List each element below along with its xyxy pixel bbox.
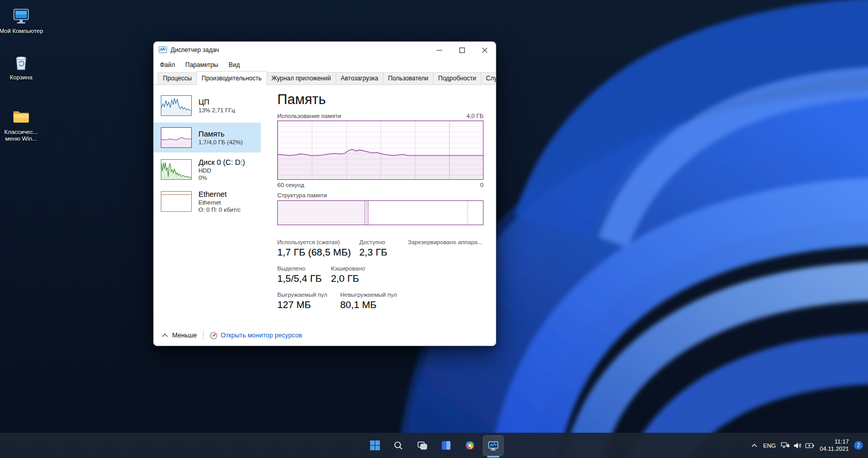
hidden-icons-chevron[interactable] — [751, 443, 758, 448]
sidebar-item-ethernet[interactable]: Ethernet Ethernet О: 0 П: 0 кбит/с — [154, 186, 261, 216]
desktop-icon-label: Классичес... меню Win... — [0, 129, 44, 142]
date-text: 04.11.2021 — [820, 446, 849, 453]
network-icon[interactable] — [781, 442, 790, 449]
maximize-button[interactable] — [450, 42, 473, 58]
composition-label: Структура памяти — [277, 192, 483, 198]
menu-view[interactable]: Вид — [228, 61, 240, 69]
window-title: Диспетчер задач — [171, 46, 219, 54]
footer-separator — [203, 331, 204, 340]
sidebar-item-name: Память — [198, 130, 243, 139]
tab-services[interactable]: Службы — [481, 72, 496, 84]
resource-monitor-icon — [210, 332, 218, 340]
ethernet-mini-chart — [161, 191, 192, 212]
tab-processes[interactable]: Процессы — [158, 72, 197, 84]
stat-cached: Кэшировано 2,0 ГБ — [331, 265, 365, 285]
window-footer: Меньше Открыть монитор ресурсов — [154, 325, 496, 346]
tab-startup[interactable]: Автозагрузка — [336, 72, 383, 84]
tab-performance[interactable]: Производительность — [196, 71, 266, 85]
minimize-button[interactable] — [428, 42, 450, 58]
desktop-screen: Мой Компьютер Корзина Классичес... меню … — [0, 0, 868, 458]
performance-sidebar: ЦП 13% 2,71 ГГц Память 1,7/4,0 ГБ (42%) — [154, 86, 261, 325]
stat-available: Доступно 2,3 ГБ — [359, 239, 408, 259]
language-indicator[interactable]: ENG — [763, 443, 776, 449]
taskbar-clock[interactable]: 11:17 04.11.2021 — [820, 438, 849, 452]
widgets-icon — [441, 440, 452, 451]
monitor-icon — [11, 6, 31, 26]
photos-app-button[interactable] — [459, 435, 480, 456]
volume-icon[interactable] — [793, 442, 802, 449]
desktop-icon-my-computer[interactable]: Мой Компьютер — [0, 6, 44, 35]
task-manager-app-icon — [159, 46, 167, 54]
folder-icon — [11, 107, 31, 127]
menu-options[interactable]: Параметры — [186, 61, 219, 69]
segment-free-divider — [468, 201, 468, 225]
sidebar-item-sub: 0% — [198, 174, 245, 181]
segment-in-use — [278, 201, 365, 225]
memory-mini-chart — [161, 127, 192, 148]
chevron-up-icon — [162, 333, 168, 337]
task-view-icon — [417, 440, 428, 451]
stat-in-use: Используется (сжатая) 1,7 ГБ (68,5 МБ) — [277, 239, 359, 259]
open-resource-monitor-link[interactable]: Открыть монитор ресурсов — [210, 332, 302, 340]
chart-zero-label: 0 — [480, 182, 483, 188]
fewer-details-button[interactable]: Меньше — [162, 332, 197, 339]
sidebar-item-memory[interactable]: Память 1,7/4,0 ГБ (42%) — [154, 123, 261, 152]
sidebar-item-sub: О: 0 П: 0 кбит/с — [198, 206, 241, 213]
stat-hardware-reserved: Зарезервировано аппара... — [408, 239, 482, 259]
segment-modified — [365, 201, 369, 225]
tab-app-history[interactable]: Журнал приложений — [266, 72, 336, 84]
desktop-icon-label: Корзина — [10, 74, 32, 81]
widgets-button[interactable] — [436, 435, 456, 456]
tab-strip: Процессы Производительность Журнал прило… — [154, 72, 496, 85]
windows-logo-icon — [370, 440, 380, 451]
stat-committed: Выделено 1,5/5,4 ГБ — [277, 265, 331, 285]
battery-icon[interactable] — [805, 443, 814, 449]
chart-time-label: 60 секунд — [277, 182, 304, 188]
memory-stats: Используется (сжатая) 1,7 ГБ (68,5 МБ) Д… — [277, 239, 483, 312]
photos-icon — [464, 440, 475, 451]
sidebar-item-cpu[interactable]: ЦП 13% 2,71 ГГц — [154, 91, 261, 121]
search-icon — [393, 440, 404, 451]
task-manager-taskbar-button[interactable] — [483, 435, 504, 456]
tab-details[interactable]: Подробности — [433, 72, 481, 84]
desktop-icon-classic-menu[interactable]: Классичес... меню Win... — [0, 107, 44, 142]
close-button[interactable] — [473, 42, 496, 58]
sidebar-item-name: Диск 0 (C: D:) — [198, 158, 245, 167]
task-manager-icon — [488, 440, 499, 451]
menu-bar: Файл Параметры Вид — [154, 58, 496, 72]
sidebar-item-sub: Ethernet — [198, 199, 241, 206]
time-text: 11:17 — [834, 438, 849, 446]
sidebar-item-sub: 13% 2,71 ГГц — [198, 107, 235, 114]
memory-detail-pane: Память Использование памяти 4,0 ГБ 60 се… — [261, 86, 496, 325]
disk-mini-chart — [161, 159, 192, 180]
start-button[interactable] — [364, 435, 385, 456]
sidebar-item-sub: HDD — [198, 167, 245, 174]
usage-chart-label: Использование памяти — [277, 113, 341, 119]
desktop-icon-recycle-bin[interactable]: Корзина — [0, 53, 44, 81]
menu-file[interactable]: Файл — [160, 61, 175, 69]
sidebar-item-disk0[interactable]: Диск 0 (C: D:) HDD 0% — [154, 155, 261, 184]
page-title: Память — [277, 92, 483, 108]
task-view-button[interactable] — [412, 435, 432, 456]
tab-users[interactable]: Пользователи — [383, 72, 433, 84]
task-manager-window: Диспетчер задач Файл Параметры Вид Проце… — [153, 41, 496, 346]
memory-composition-bar — [277, 200, 483, 225]
fewer-details-label: Меньше — [172, 332, 197, 339]
desktop-icon-label: Мой Компьютер — [0, 28, 43, 35]
sidebar-item-sub: 1,7/4,0 ГБ (42%) — [198, 139, 243, 146]
title-bar: Диспетчер задач — [154, 42, 496, 58]
sidebar-item-name: ЦП — [198, 98, 235, 107]
stat-nonpaged-pool: Невыгружаемый пул 80,1 МБ — [340, 291, 397, 312]
notification-count-badge[interactable]: 2 — [854, 441, 863, 450]
stat-paged-pool: Выгружаемый пул 127 МБ — [277, 291, 340, 312]
recycle-bin-icon — [11, 53, 31, 72]
taskbar: ENG — [0, 433, 868, 458]
sidebar-item-name: Ethernet — [198, 190, 241, 199]
memory-usage-chart — [277, 121, 483, 180]
resource-monitor-label: Открыть монитор ресурсов — [221, 332, 302, 339]
usage-chart-max: 4,0 ГБ — [466, 113, 483, 119]
cpu-mini-chart — [161, 95, 192, 116]
system-tray — [781, 442, 814, 449]
search-button[interactable] — [388, 435, 409, 456]
